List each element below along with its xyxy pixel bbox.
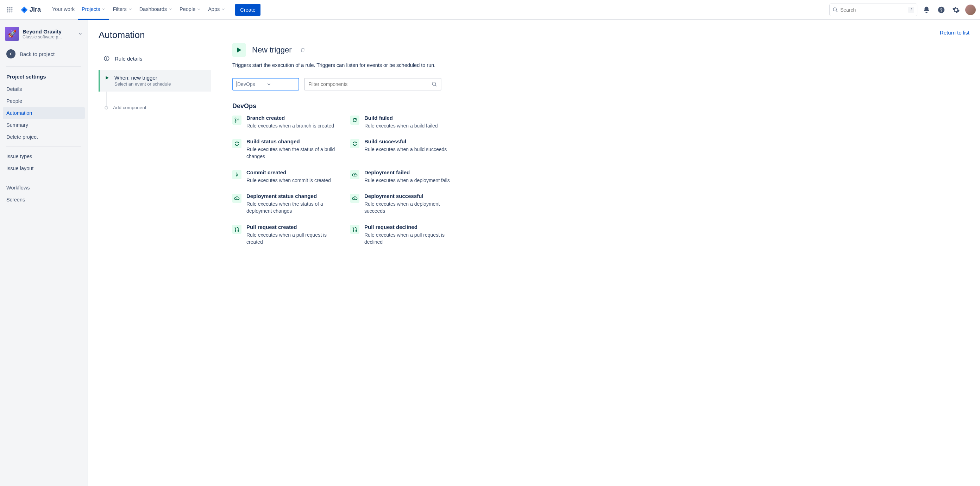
sidebar-item-automation[interactable]: Automation (3, 107, 85, 119)
search-input[interactable] (840, 7, 908, 13)
search-shortcut: / (908, 7, 914, 13)
trigger-card-title: Commit created (247, 169, 331, 175)
svg-point-7 (9, 11, 10, 12)
svg-line-10 (836, 11, 837, 12)
nav-item-filters[interactable]: Filters (109, 0, 135, 20)
svg-point-24 (235, 227, 236, 228)
trigger-option-deployment-failed[interactable]: Deployment failedRule executes when a de… (350, 169, 458, 184)
jira-logo-text: Jira (30, 6, 41, 13)
project-subtitle: Classic software p... (22, 35, 62, 40)
trigger-card-desc: Rule executes when a deployment fails (364, 177, 450, 184)
page-title: Automation (99, 30, 145, 40)
panel-description: Triggers start the execution of a rule. … (232, 62, 500, 69)
sidebar-item-people[interactable]: People (3, 95, 85, 107)
commit-icon (232, 170, 242, 179)
trigger-card-desc: Rule executes when a pull request is cre… (247, 231, 340, 246)
project-settings-heading: Project settings (3, 70, 85, 83)
svg-point-25 (235, 230, 236, 231)
svg-point-15 (106, 57, 107, 58)
trigger-option-build-status-changed[interactable]: Build status changedRule executes when t… (232, 139, 340, 160)
app-switcher-icon[interactable] (4, 4, 16, 16)
nav-item-label: People (180, 6, 196, 12)
cycle-icon (350, 139, 360, 148)
pr-icon (232, 225, 242, 234)
svg-point-6 (7, 11, 8, 12)
category-select[interactable]: DevOps (232, 78, 299, 91)
branch-icon (232, 116, 242, 125)
svg-point-5 (11, 9, 12, 10)
nav-item-label: Filters (113, 6, 126, 12)
cycle-icon (350, 116, 360, 125)
svg-text:?: ? (940, 7, 943, 12)
trigger-option-deployment-successful[interactable]: Deployment successfulRule executes when … (350, 193, 458, 215)
trigger-option-deployment-status-changed[interactable]: Deployment status changedRule executes w… (232, 193, 340, 215)
project-icon: 🚀 (5, 27, 19, 41)
sidebar-item-summary[interactable]: Summary (3, 119, 85, 131)
trigger-card-title: Build failed (364, 115, 438, 121)
back-label: Back to project (20, 51, 54, 57)
trigger-option-commit-created[interactable]: Commit createdRule executes when commit … (232, 169, 340, 184)
nav-item-label: Apps (208, 6, 220, 12)
chevron-down-icon (168, 7, 172, 11)
sidebar-item-delete-project[interactable]: Delete project (3, 131, 85, 143)
nav-item-projects[interactable]: Projects (78, 0, 109, 20)
trigger-option-pull-request-declined[interactable]: Pull request declinedRule executes when … (350, 224, 458, 246)
category-select-value: DevOps (237, 81, 266, 87)
nav-item-apps[interactable]: Apps (205, 0, 229, 20)
cycle-icon (232, 139, 242, 148)
rule-details-step[interactable]: Rule details (99, 51, 211, 66)
settings-icon[interactable] (950, 4, 962, 16)
filter-components-box[interactable] (304, 78, 441, 91)
notifications-icon[interactable] (921, 4, 932, 16)
search-box[interactable]: / (829, 3, 917, 16)
help-icon[interactable]: ? (935, 4, 947, 16)
sidebar-item-issue-types[interactable]: Issue types (3, 150, 85, 163)
trigger-option-build-failed[interactable]: Build failedRule executes when a build f… (350, 115, 458, 129)
svg-point-19 (235, 121, 236, 122)
sidebar-item-workflows[interactable]: Workflows (3, 182, 85, 194)
delete-icon[interactable] (300, 47, 305, 53)
trigger-option-pull-request-created[interactable]: Pull request createdRule executes when a… (232, 224, 340, 246)
project-header[interactable]: 🚀 Beyond Gravity Classic software p... (3, 25, 85, 45)
trigger-option-branch-created[interactable]: Branch createdRule executes when a branc… (232, 115, 340, 129)
trigger-card-desc: Rule executes when a branch is created (247, 122, 334, 129)
trigger-card-title: Pull request declined (364, 224, 458, 230)
return-to-list-link[interactable]: Return to list (940, 30, 969, 35)
svg-point-26 (238, 230, 239, 231)
sidebar-item-screens[interactable]: Screens (3, 194, 85, 206)
chevron-down-icon (101, 7, 106, 11)
chevron-down-icon[interactable] (78, 31, 83, 36)
svg-point-18 (235, 118, 236, 119)
filter-components-input[interactable] (309, 81, 431, 87)
trigger-option-build-successful[interactable]: Build successfulRule executes when a bui… (350, 139, 458, 160)
nav-item-people[interactable]: People (176, 0, 205, 20)
cloud-icon (350, 170, 360, 179)
back-to-project[interactable]: Back to project (3, 45, 85, 63)
section-title: DevOps (232, 102, 969, 110)
svg-point-21 (236, 174, 238, 175)
trigger-card-title: Branch created (247, 115, 334, 121)
jira-logo[interactable]: Jira (21, 6, 41, 14)
trigger-step[interactable]: When: new trigger Select an event or sch… (99, 70, 211, 92)
nav-item-label: Your work (52, 6, 75, 12)
rule-details-label: Rule details (115, 56, 142, 62)
timeline-connector (106, 92, 211, 106)
svg-point-20 (238, 119, 239, 120)
svg-point-1 (9, 7, 10, 8)
add-dot-icon (105, 106, 108, 110)
trigger-card-desc: Rule executes when the status of a deplo… (247, 201, 340, 215)
sidebar-item-issue-layout[interactable]: Issue layout (3, 163, 85, 174)
nav-item-your-work[interactable]: Your work (49, 0, 78, 20)
svg-point-16 (432, 82, 436, 85)
trigger-step-title: When: new trigger (115, 75, 171, 81)
user-avatar[interactable] (965, 5, 976, 15)
svg-point-8 (11, 11, 12, 12)
svg-point-2 (11, 7, 12, 8)
add-component-link[interactable]: Add component (113, 105, 146, 110)
svg-point-27 (353, 227, 354, 228)
nav-item-dashboards[interactable]: Dashboards (136, 0, 176, 20)
search-icon (431, 81, 437, 87)
create-button[interactable]: Create (235, 4, 261, 16)
trigger-card-title: Build status changed (247, 139, 340, 144)
sidebar-item-details[interactable]: Details (3, 83, 85, 95)
